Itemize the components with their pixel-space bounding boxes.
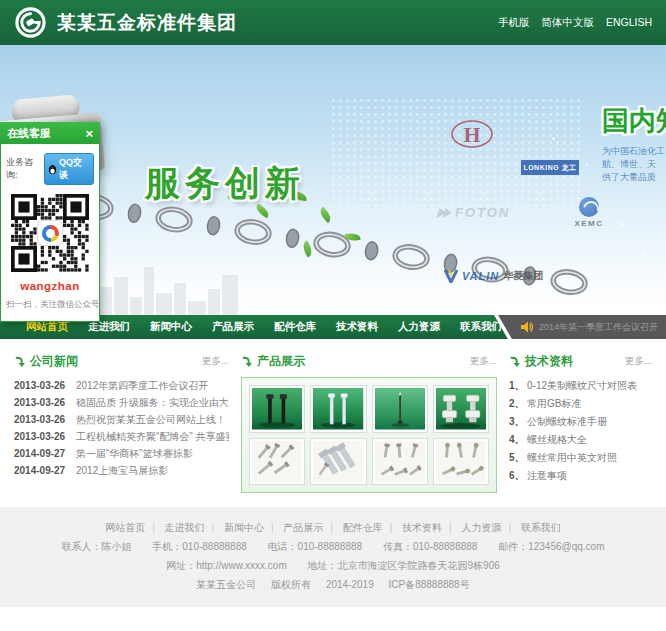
footer-link-products[interactable]: 产品展示 — [283, 522, 323, 533]
product-thumb-black-bolt-pair[interactable] — [249, 385, 305, 433]
tech-more-link[interactable]: 更多... — [625, 355, 652, 368]
main-content: 公司新闻 更多... 2013-03-26 2012年第四季度工作会议召开 20… — [0, 339, 666, 493]
product-thumb-single-pin[interactable] — [372, 385, 428, 433]
footer-link-parts[interactable]: 配件仓库 — [343, 522, 383, 533]
tech-item[interactable]: 4、 螺丝规格大全 — [509, 431, 652, 449]
section-arrow-icon — [14, 356, 25, 367]
product-thumb-assembled-bolt-nuts[interactable] — [433, 385, 489, 433]
tech-item[interactable]: 1、 0-12美制螺纹尺寸对照表 — [509, 377, 652, 395]
section-arrow-icon — [509, 356, 520, 367]
xemc-circle-icon — [579, 197, 599, 217]
footer-contact-line: 联系人：陈小姐 手机：010-88888888 电话：010-88888888 … — [0, 537, 666, 556]
website-url[interactable]: 网址：http://www.xxxx.com — [166, 560, 287, 571]
news-item[interactable]: 2013-03-26 稳固品质 升级服务：实现企业由大到强 — [14, 394, 229, 411]
tech-item[interactable]: 5、 螺丝常用中英文对照 — [509, 449, 652, 467]
company-news-section: 公司新闻 更多... 2013-03-26 2012年第四季度工作会议召开 20… — [14, 353, 229, 493]
nav-item-news[interactable]: 新闻中心 — [150, 320, 192, 334]
product-grid — [241, 377, 497, 493]
company-name: 某某五金标准件集团 — [57, 10, 237, 36]
online-service-body: 业务咨询: QQ交谈 wangzhan 扫一扫，关注微信公众号 — [0, 144, 100, 322]
news-item[interactable]: 2013-03-26 工程机械精英齐聚“配博会” 共享盛宴 — [14, 428, 229, 445]
products-section-title: 产品展示 — [257, 353, 305, 370]
speaker-icon — [521, 321, 533, 333]
footer-link-contact[interactable]: 联系我们 — [521, 522, 561, 533]
close-icon[interactable]: × — [85, 127, 93, 140]
brand-foton-logo: FOTON — [438, 205, 510, 220]
page: 某某五金标准件集团 手机版 简体中文版 ENGLISH — [0, 0, 666, 631]
link-simplified-chinese[interactable]: 简体中文版 — [541, 16, 594, 30]
qq-penguin-icon — [48, 164, 57, 175]
online-service-title: 在线客服 — [7, 126, 51, 141]
nav-item-parts[interactable]: 配件仓库 — [274, 320, 316, 334]
footer-address-line: 网址：http://www.xxxx.com 地址：北京市海淀区学院路春天花园9… — [0, 556, 666, 575]
valin-v-icon — [444, 269, 458, 283]
news-item[interactable]: 2014-09-27 2012上海宝马展掠影 — [14, 462, 229, 479]
technical-data-section: 技术资料 更多... 1、 0-12美制螺纹尺寸对照表 2、 常用GB标准 3、… — [509, 353, 652, 493]
online-service-panel: 在线客服 × 业务咨询: QQ交谈 wang — [0, 122, 100, 322]
footer-link-home[interactable]: 网站首页 — [105, 522, 145, 533]
news-item[interactable]: 2013-03-26 热烈祝贺某某五金公司网站上线！ — [14, 411, 229, 428]
nav-item-products[interactable]: 产品展示 — [212, 320, 254, 334]
link-mobile-version[interactable]: 手机版 — [498, 16, 530, 30]
nav-item-home[interactable]: 网站首页 — [26, 320, 68, 334]
svg-text:H: H — [463, 122, 480, 147]
contact-phone: 电话：010-88888888 — [268, 541, 363, 552]
footer-link-tech[interactable]: 技术资料 — [402, 522, 442, 533]
product-thumb-screw-set-b[interactable] — [372, 438, 428, 486]
nav-item-contact[interactable]: 联系我们 — [460, 320, 502, 334]
qq-chat-button[interactable]: QQ交谈 — [44, 153, 94, 185]
brand-valin-logo: VALIN 华菱集团 — [444, 269, 543, 283]
news-more-link[interactable]: 更多... — [202, 355, 229, 368]
qr-center-logo-icon — [38, 221, 62, 245]
qr-caption: wangzhan — [6, 280, 94, 292]
brand-xemc-logo: XEMC — [568, 197, 610, 228]
news-item[interactable]: 2013-03-26 2012年第四季度工作会议召开 — [14, 377, 229, 394]
section-arrow-icon — [241, 356, 252, 367]
footer-link-hr[interactable]: 人力资源 — [461, 522, 501, 533]
brand-h-logo-icon: H — [450, 119, 494, 151]
company-logo-icon — [14, 6, 47, 39]
product-display-section: 产品展示 更多... — [241, 353, 497, 493]
tech-section-title: 技术资料 — [525, 353, 573, 370]
products-more-link[interactable]: 更多... — [470, 355, 497, 368]
footer-link-news[interactable]: 新闻中心 — [224, 522, 264, 533]
consult-label: 业务咨询: — [6, 156, 41, 182]
nav-item-about[interactable]: 走进我们 — [88, 320, 130, 334]
brand-lonking-logo: LONKING 龙工 — [521, 160, 579, 175]
nav-item-tech[interactable]: 技术资料 — [336, 320, 378, 334]
tech-item[interactable]: 2、 常用GB标准 — [509, 395, 652, 413]
product-thumb-screw-set-a[interactable] — [249, 438, 305, 486]
banner-headline: 国内知名 — [602, 103, 666, 139]
footer-links: 网站首页| 走进我们| 新闻中心| 产品展示| 配件仓库| 技术资料| 人力资源… — [0, 518, 666, 537]
contact-person: 联系人：陈小姐 — [62, 541, 132, 552]
link-english[interactable]: ENGLISH — [606, 16, 652, 30]
ticker-text[interactable]: 2014年第一季度工作会议召开 — [539, 321, 658, 334]
banner-slogan: 服务创新 — [145, 160, 305, 207]
header: 某某五金标准件集团 手机版 简体中文版 ENGLISH — [0, 0, 666, 45]
online-service-header: 在线客服 × — [0, 122, 100, 144]
contact-mobile: 手机：010-88888888 — [152, 541, 247, 552]
news-item[interactable]: 2014-09-27 第一届“华商杯”篮球赛掠影 — [14, 445, 229, 462]
footer: 网站首页| 走进我们| 新闻中心| 产品展示| 配件仓库| 技术资料| 人力资源… — [0, 507, 666, 607]
tech-item[interactable]: 6、 注意事项 — [509, 467, 652, 485]
qr-code — [11, 194, 89, 272]
contact-fax: 传真：010-88888888 — [383, 541, 478, 552]
product-thumb-white-rod-pair[interactable] — [310, 385, 366, 433]
footer-copyright: 某某五金公司 版权所有 2014-2019 ICP备88888888号 — [0, 575, 666, 594]
product-thumb-screw-set-c[interactable] — [433, 438, 489, 486]
qr-tip: 扫一扫，关注微信公众号 — [6, 299, 94, 311]
news-ticker: 2014年第一季度工作会议召开 — [521, 315, 658, 339]
company-address: 地址：北京市海淀区学院路春天花园9栋906 — [308, 560, 500, 571]
product-thumb-hex-bolt-set[interactable] — [310, 438, 366, 486]
icp-number[interactable]: ICP备88888888号 — [389, 579, 470, 590]
nav-item-hr[interactable]: 人力资源 — [398, 320, 440, 334]
contact-email: 邮件：123456@qq.com — [498, 541, 604, 552]
tech-item[interactable]: 3、 公制螺纹标准手册 — [509, 413, 652, 431]
banner-description: 为中国石油化工 航、博世、天 供了大量品质 — [602, 145, 665, 184]
news-section-title: 公司新闻 — [30, 353, 78, 370]
header-links: 手机版 简体中文版 ENGLISH — [498, 16, 652, 30]
footer-link-about[interactable]: 走进我们 — [165, 522, 205, 533]
